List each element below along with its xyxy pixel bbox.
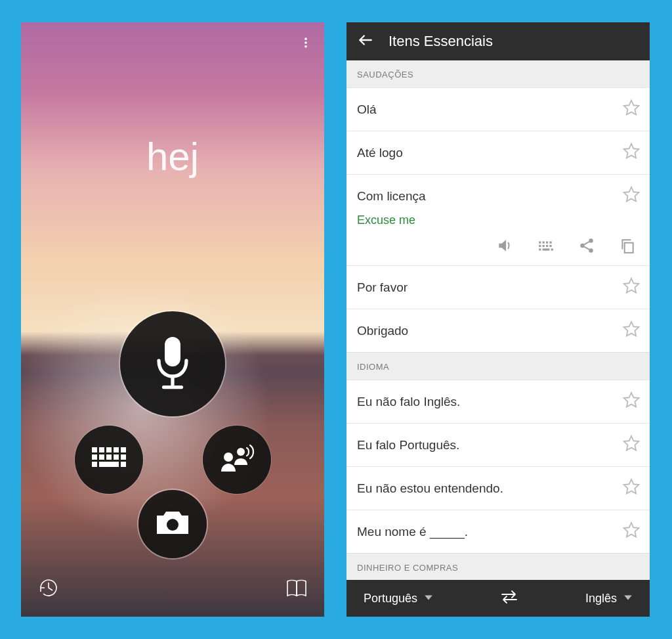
arrow-left-icon	[357, 39, 374, 51]
swap-icon	[499, 596, 519, 607]
phrasebook-button[interactable]	[284, 575, 310, 604]
phrase-row[interactable]: Meu nome é _____.	[346, 510, 650, 553]
favorite-button[interactable]	[622, 391, 640, 412]
star-icon	[622, 192, 640, 206]
keyboard-icon	[91, 446, 127, 474]
phrase-text: Eu não estou entendendo.	[357, 481, 503, 496]
svg-point-1	[304, 41, 307, 44]
keyboard-button[interactable]	[75, 426, 143, 494]
svg-rect-7	[99, 447, 104, 452]
svg-rect-24	[546, 241, 548, 243]
svg-rect-8	[106, 447, 112, 452]
overflow-menu-button[interactable]	[293, 26, 319, 62]
svg-point-34	[580, 243, 585, 248]
svg-point-20	[224, 452, 233, 462]
keyboard-icon	[537, 237, 555, 257]
phrase-row-expanded[interactable]: Com licença Excuse me	[346, 174, 650, 265]
favorite-button[interactable]	[622, 99, 640, 120]
svg-rect-18	[121, 462, 126, 467]
share-button[interactable]	[578, 238, 596, 256]
people-talking-icon	[217, 443, 257, 477]
svg-rect-23	[543, 241, 545, 243]
phrase-text: Olá	[357, 102, 377, 117]
phrase-text: Eu falo Português.	[357, 438, 459, 452]
svg-point-0	[304, 37, 307, 40]
phrase-text: Obrigado	[357, 324, 408, 338]
phrase-translation: Excuse me	[357, 213, 640, 231]
language-to-selector[interactable]: Inglês	[580, 588, 638, 609]
camera-button[interactable]	[138, 490, 207, 558]
phrase-row[interactable]: Eu não falo Inglês.	[346, 380, 650, 423]
language-to-label: Inglês	[585, 592, 617, 606]
swap-languages-button[interactable]	[499, 589, 519, 607]
svg-rect-32	[551, 248, 553, 250]
favorite-button[interactable]	[622, 276, 640, 298]
svg-rect-27	[543, 244, 545, 246]
phrase-row[interactable]: Eu não estou entendendo.	[346, 466, 650, 510]
history-button[interactable]	[35, 575, 62, 604]
phrasebook-body[interactable]: SAUDAÇÕES Olá Até logo Com licença Excus…	[346, 60, 650, 580]
star-icon	[622, 528, 640, 542]
copy-button[interactable]	[618, 238, 637, 256]
phrase-text: Com licença	[357, 189, 426, 204]
svg-rect-28	[546, 244, 548, 246]
svg-rect-30	[539, 248, 541, 250]
star-icon	[622, 398, 640, 412]
svg-rect-11	[92, 454, 97, 460]
phrase-row[interactable]: Por favor	[346, 265, 650, 309]
phrase-text: Por favor	[357, 280, 408, 295]
favorite-button[interactable]	[622, 320, 640, 342]
svg-rect-14	[114, 454, 119, 460]
language-from-label: Português	[364, 592, 417, 606]
section-header-greetings: SAUDAÇÕES	[346, 60, 650, 87]
svg-point-21	[237, 448, 245, 456]
phrase-actions	[357, 231, 640, 265]
svg-rect-9	[114, 447, 119, 452]
favorite-button[interactable]	[622, 477, 640, 499]
svg-rect-26	[539, 244, 541, 246]
favorite-button[interactable]	[622, 185, 640, 207]
language-from-selector[interactable]: Português	[358, 588, 438, 609]
phrase-text: Meu nome é _____.	[357, 525, 468, 539]
svg-rect-3	[165, 337, 180, 366]
svg-point-33	[589, 238, 593, 243]
svg-rect-22	[539, 241, 541, 243]
history-icon	[35, 592, 62, 603]
conversation-button[interactable]	[203, 426, 271, 494]
svg-rect-12	[99, 454, 104, 460]
phrase-row[interactable]: Olá	[346, 87, 650, 131]
svg-rect-25	[549, 241, 551, 243]
phrasebook-screen: Itens Essenciais SAUDAÇÕES Olá Até logo …	[346, 22, 650, 617]
svg-rect-13	[106, 454, 112, 460]
copy-icon	[619, 237, 636, 257]
speaker-icon	[497, 237, 514, 257]
language-footer: Português Inglês	[346, 580, 650, 617]
favorite-button[interactable]	[622, 434, 640, 456]
more-vertical-icon	[299, 43, 312, 55]
keyboard-action-button[interactable]	[537, 238, 555, 256]
phrase-row[interactable]: Até logo	[346, 131, 650, 174]
phrase-row[interactable]: Obrigado	[346, 309, 650, 352]
greeting-word: hej	[21, 134, 324, 179]
star-icon	[622, 327, 640, 341]
speak-button[interactable]	[496, 238, 514, 256]
phrasebook-header: Itens Essenciais	[346, 22, 650, 60]
star-icon	[622, 106, 640, 120]
svg-rect-31	[543, 248, 550, 250]
microphone-button[interactable]	[120, 311, 225, 416]
star-icon	[622, 284, 640, 297]
phrase-text: Até logo	[357, 146, 403, 160]
favorite-button[interactable]	[622, 521, 640, 542]
star-icon	[622, 485, 640, 498]
svg-rect-29	[549, 244, 551, 246]
svg-rect-6	[92, 447, 97, 452]
svg-point-35	[589, 248, 593, 253]
favorite-button[interactable]	[622, 142, 640, 164]
back-button[interactable]	[353, 25, 382, 58]
svg-point-19	[167, 519, 178, 531]
svg-rect-36	[625, 242, 633, 252]
svg-rect-17	[99, 462, 119, 467]
chevron-down-icon	[623, 592, 633, 606]
svg-rect-15	[121, 454, 126, 460]
phrase-row[interactable]: Eu falo Português.	[346, 423, 650, 466]
